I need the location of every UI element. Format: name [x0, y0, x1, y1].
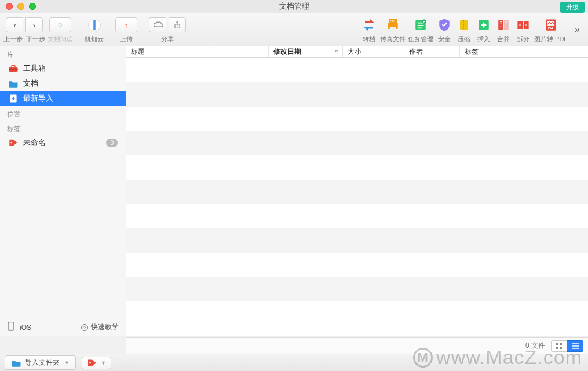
split-button[interactable] [514, 16, 532, 34]
svg-point-23 [10, 142, 12, 144]
svg-rect-20 [12, 66, 15, 67]
toolbox-icon [8, 64, 19, 73]
recent-import-icon [8, 94, 19, 103]
table-row [126, 107, 588, 131]
svg-rect-21 [9, 69, 18, 70]
cloud-label: 凯钿云 [85, 35, 104, 43]
folder-icon [8, 79, 19, 88]
folder-icon [11, 359, 21, 367]
file-count: 0 文件 [525, 341, 545, 351]
table-row [126, 155, 588, 180]
fax-button[interactable]: FAX [384, 16, 401, 34]
sidebar-bottom: iOS ? 快速教学 [0, 318, 126, 336]
svg-rect-29 [560, 343, 562, 345]
svg-point-25 [10, 329, 12, 330]
cloud-button[interactable] [86, 16, 103, 34]
merge-button[interactable] [495, 16, 512, 34]
table-row [126, 253, 588, 277]
tag-icon [87, 359, 97, 367]
view-mode-toggle [551, 340, 583, 352]
view-grid-button[interactable] [551, 340, 567, 352]
reader-label: 文档阅读 [48, 35, 73, 43]
svg-rect-31 [560, 347, 562, 349]
ios-label[interactable]: iOS [20, 323, 31, 332]
reader-mode-button[interactable] [49, 17, 71, 32]
table-row [126, 131, 588, 155]
svg-rect-30 [556, 347, 558, 349]
sidebar-section-locations: 位置 [0, 106, 126, 121]
device-icon [7, 322, 15, 333]
nav-prev-button[interactable]: ‹ [6, 17, 23, 32]
svg-rect-12 [498, 20, 503, 30]
titlebar: 文档管理 升级 [0, 0, 588, 13]
sidebar-item-documents[interactable]: 文档 [0, 76, 126, 91]
table-row [126, 204, 588, 228]
view-list-button[interactable] [567, 340, 583, 352]
col-modified[interactable]: 修改日期⌃ [269, 46, 343, 57]
share-cloud-button[interactable] [149, 17, 166, 32]
zoom-window-button[interactable] [29, 3, 36, 10]
sidebar-tag-untitled[interactable]: 未命名 0 [0, 135, 126, 150]
minimize-window-button[interactable] [17, 3, 24, 10]
upgrade-button[interactable]: 升级 [560, 2, 585, 13]
col-title[interactable]: 标题 [126, 46, 269, 57]
table-row [126, 58, 588, 82]
bottombar: 导入文件夹 ▼ ▼ [0, 354, 588, 371]
tag-action-button[interactable]: ▼ [82, 357, 111, 369]
table-row [126, 180, 588, 204]
sidebar-item-recent[interactable]: 最新导入 [0, 91, 126, 106]
sidebar-section-library: 库 [0, 46, 126, 61]
upload-button[interactable]: ↑ [115, 17, 137, 32]
table-row [126, 301, 588, 326]
toolbar-overflow-button[interactable]: » [570, 24, 585, 35]
column-headers: 标题 修改日期⌃ 大小 作者 标签 [126, 46, 588, 58]
img2pdf-button[interactable]: PDF [542, 16, 560, 34]
close-window-button[interactable] [6, 3, 13, 10]
convert-button[interactable] [360, 16, 378, 34]
file-rows [126, 58, 588, 336]
insert-button[interactable] [475, 16, 492, 34]
svg-point-32 [89, 362, 91, 363]
window-title: 文档管理 [279, 1, 309, 12]
tag-count-badge: 0 [106, 139, 118, 147]
help-button[interactable]: ? 快速教学 [81, 322, 119, 332]
import-folder-button[interactable]: 导入文件夹 ▼ [5, 355, 76, 370]
sidebar: 库 工具箱 文档 最新导入 位置 标签 未命名 0 iOS ? 快速教学 [0, 46, 126, 336]
chevron-down-icon: ▼ [64, 360, 70, 366]
svg-rect-28 [556, 343, 558, 345]
sidebar-item-toolbox[interactable]: 工具箱 [0, 61, 126, 76]
share-export-button[interactable] [169, 17, 186, 32]
nav-next-button[interactable]: › [25, 17, 43, 32]
col-tags[interactable]: 标签 [460, 46, 588, 57]
col-size[interactable]: 大小 [343, 46, 404, 57]
tasks-button[interactable] [412, 16, 429, 34]
file-list-area: 标题 修改日期⌃ 大小 作者 标签 [126, 46, 588, 336]
svg-text:FAX: FAX [390, 20, 395, 23]
share-label: 分享 [149, 35, 186, 43]
table-row [126, 277, 588, 301]
svg-rect-13 [504, 20, 509, 30]
svg-text:PDF: PDF [548, 26, 554, 30]
tag-icon [8, 138, 19, 147]
toolbar: ‹ › 上一步下一步 文档阅读 凯钿云 ↑ 上传 分享 [0, 13, 588, 46]
statusbar: 0 文件 [126, 337, 588, 354]
upload-label: 上传 [115, 35, 137, 43]
security-button[interactable] [436, 16, 453, 34]
svg-point-1 [59, 24, 61, 26]
col-author[interactable]: 作者 [404, 46, 460, 57]
svg-text:?: ? [83, 325, 86, 330]
sidebar-section-tags: 标签 [0, 121, 126, 135]
table-row [126, 82, 588, 107]
table-row [126, 228, 588, 253]
svg-rect-7 [390, 27, 396, 31]
sort-indicator-icon: ⌃ [334, 49, 339, 55]
compress-button[interactable] [455, 16, 473, 34]
chevron-down-icon: ▼ [101, 360, 106, 366]
